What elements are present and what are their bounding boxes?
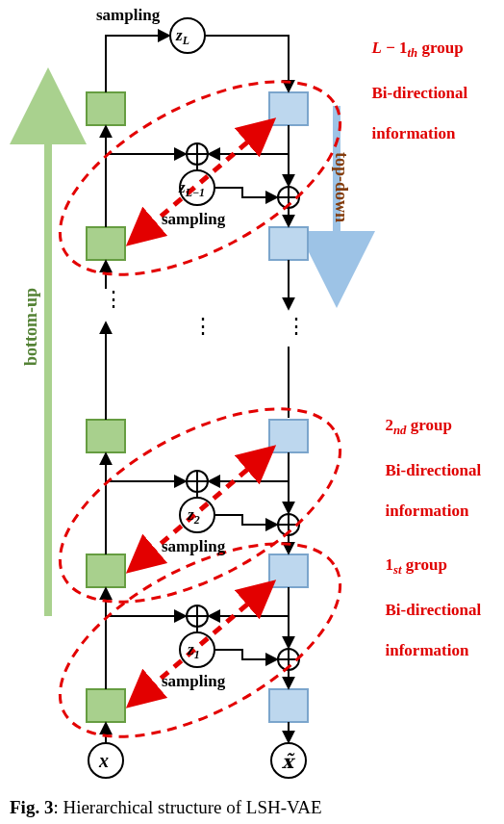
ellipsis-left: ⋮ xyxy=(103,287,124,311)
diagram-canvas: ⋮ ⋮ ⋮ sampling sampling sampling samplin… xyxy=(0,0,504,824)
top-down-label: top-down xyxy=(331,152,351,222)
oplus-upper-left-1 xyxy=(187,605,208,627)
sampling-label-Lm1: sampling xyxy=(162,210,225,229)
zL-text: zL xyxy=(176,26,189,48)
decoder-block-1 xyxy=(269,689,308,722)
encoder-block-L xyxy=(87,92,125,125)
group-1-label: 1st group Bi-directional information xyxy=(377,534,481,661)
sampling-label-top: sampling xyxy=(96,6,160,25)
xtilde-text: x̃ xyxy=(282,750,293,773)
decoder-block-2 xyxy=(269,554,308,587)
zLm1-text: zL−1 xyxy=(179,178,205,200)
ellipsis-right: ⋮ xyxy=(286,314,307,338)
decoder-block-3 xyxy=(269,420,308,452)
encoder-block-3 xyxy=(87,420,125,452)
encoder-block-1 xyxy=(87,689,125,722)
group-Lm1-label: L − 1th group Bi-directional information xyxy=(364,17,467,144)
group-2-label: 2nd group Bi-directional information xyxy=(377,395,481,522)
oplus-upper-left-Lm1 xyxy=(187,143,208,165)
x-text: x xyxy=(99,750,109,772)
z2-text: z2 xyxy=(188,505,200,528)
sampling-label-1: sampling xyxy=(162,672,225,691)
oplus-upper-left-2 xyxy=(187,471,208,492)
z1-text: z1 xyxy=(188,640,200,662)
figure-caption: Fig. 3: Fig. 3: Hierarchical structure o… xyxy=(10,797,322,818)
encoder-block-Lm1 xyxy=(87,227,125,260)
bottom-up-label: bottom-up xyxy=(21,288,41,366)
sampling-label-2: sampling xyxy=(162,537,225,556)
encoder-block-2 xyxy=(87,554,125,587)
decoder-block-Lm1 xyxy=(269,227,308,260)
ellipsis-mid: ⋮ xyxy=(192,314,214,338)
decoder-block-L xyxy=(269,92,308,125)
